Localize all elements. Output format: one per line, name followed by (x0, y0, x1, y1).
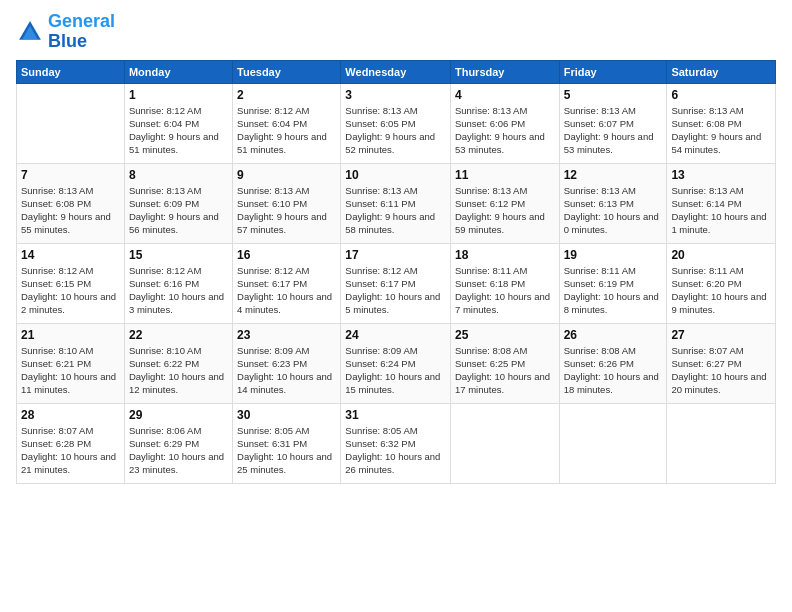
calendar-cell: 2Sunrise: 8:12 AMSunset: 6:04 PMDaylight… (233, 83, 341, 163)
calendar-cell: 1Sunrise: 8:12 AMSunset: 6:04 PMDaylight… (124, 83, 232, 163)
calendar-cell: 12Sunrise: 8:13 AMSunset: 6:13 PMDayligh… (559, 163, 667, 243)
calendar-cell: 6Sunrise: 8:13 AMSunset: 6:08 PMDaylight… (667, 83, 776, 163)
calendar-cell: 16Sunrise: 8:12 AMSunset: 6:17 PMDayligh… (233, 243, 341, 323)
cell-info: Sunrise: 8:13 AMSunset: 6:11 PMDaylight:… (345, 184, 446, 236)
cell-info: Sunrise: 8:13 AMSunset: 6:12 PMDaylight:… (455, 184, 555, 236)
page: General Blue SundayMondayTuesdayWednesda… (0, 0, 792, 612)
calendar-cell: 26Sunrise: 8:08 AMSunset: 6:26 PMDayligh… (559, 323, 667, 403)
day-number: 2 (237, 87, 336, 103)
calendar-cell: 11Sunrise: 8:13 AMSunset: 6:12 PMDayligh… (450, 163, 559, 243)
week-row-4: 21Sunrise: 8:10 AMSunset: 6:21 PMDayligh… (17, 323, 776, 403)
cell-info: Sunrise: 8:05 AMSunset: 6:31 PMDaylight:… (237, 424, 336, 476)
day-number: 17 (345, 247, 446, 263)
cell-info: Sunrise: 8:13 AMSunset: 6:06 PMDaylight:… (455, 104, 555, 156)
day-number: 11 (455, 167, 555, 183)
day-number: 8 (129, 167, 228, 183)
day-number: 10 (345, 167, 446, 183)
week-row-3: 14Sunrise: 8:12 AMSunset: 6:15 PMDayligh… (17, 243, 776, 323)
day-number: 15 (129, 247, 228, 263)
cell-info: Sunrise: 8:07 AMSunset: 6:28 PMDaylight:… (21, 424, 120, 476)
day-number: 25 (455, 327, 555, 343)
calendar-cell: 3Sunrise: 8:13 AMSunset: 6:05 PMDaylight… (341, 83, 451, 163)
calendar-cell: 31Sunrise: 8:05 AMSunset: 6:32 PMDayligh… (341, 403, 451, 483)
calendar-cell: 8Sunrise: 8:13 AMSunset: 6:09 PMDaylight… (124, 163, 232, 243)
calendar-cell: 20Sunrise: 8:11 AMSunset: 6:20 PMDayligh… (667, 243, 776, 323)
calendar-cell: 23Sunrise: 8:09 AMSunset: 6:23 PMDayligh… (233, 323, 341, 403)
calendar-cell: 15Sunrise: 8:12 AMSunset: 6:16 PMDayligh… (124, 243, 232, 323)
cell-info: Sunrise: 8:08 AMSunset: 6:26 PMDaylight:… (564, 344, 663, 396)
calendar-cell (559, 403, 667, 483)
week-row-1: 1Sunrise: 8:12 AMSunset: 6:04 PMDaylight… (17, 83, 776, 163)
calendar-body: 1Sunrise: 8:12 AMSunset: 6:04 PMDaylight… (17, 83, 776, 483)
cell-info: Sunrise: 8:05 AMSunset: 6:32 PMDaylight:… (345, 424, 446, 476)
cell-info: Sunrise: 8:11 AMSunset: 6:18 PMDaylight:… (455, 264, 555, 316)
calendar-cell: 7Sunrise: 8:13 AMSunset: 6:08 PMDaylight… (17, 163, 125, 243)
day-number: 12 (564, 167, 663, 183)
cell-info: Sunrise: 8:13 AMSunset: 6:13 PMDaylight:… (564, 184, 663, 236)
day-number: 9 (237, 167, 336, 183)
cell-info: Sunrise: 8:13 AMSunset: 6:07 PMDaylight:… (564, 104, 663, 156)
cell-info: Sunrise: 8:13 AMSunset: 6:08 PMDaylight:… (21, 184, 120, 236)
day-number: 13 (671, 167, 771, 183)
weekday-header-row: SundayMondayTuesdayWednesdayThursdayFrid… (17, 60, 776, 83)
weekday-sunday: Sunday (17, 60, 125, 83)
day-number: 1 (129, 87, 228, 103)
cell-info: Sunrise: 8:12 AMSunset: 6:17 PMDaylight:… (237, 264, 336, 316)
calendar-cell: 10Sunrise: 8:13 AMSunset: 6:11 PMDayligh… (341, 163, 451, 243)
cell-info: Sunrise: 8:13 AMSunset: 6:10 PMDaylight:… (237, 184, 336, 236)
day-number: 26 (564, 327, 663, 343)
calendar-cell: 4Sunrise: 8:13 AMSunset: 6:06 PMDaylight… (450, 83, 559, 163)
calendar-cell: 13Sunrise: 8:13 AMSunset: 6:14 PMDayligh… (667, 163, 776, 243)
weekday-monday: Monday (124, 60, 232, 83)
cell-info: Sunrise: 8:07 AMSunset: 6:27 PMDaylight:… (671, 344, 771, 396)
weekday-friday: Friday (559, 60, 667, 83)
cell-info: Sunrise: 8:10 AMSunset: 6:21 PMDaylight:… (21, 344, 120, 396)
calendar-cell: 14Sunrise: 8:12 AMSunset: 6:15 PMDayligh… (17, 243, 125, 323)
weekday-wednesday: Wednesday (341, 60, 451, 83)
calendar-table: SundayMondayTuesdayWednesdayThursdayFrid… (16, 60, 776, 484)
day-number: 20 (671, 247, 771, 263)
calendar-cell (17, 83, 125, 163)
cell-info: Sunrise: 8:09 AMSunset: 6:23 PMDaylight:… (237, 344, 336, 396)
calendar-cell: 5Sunrise: 8:13 AMSunset: 6:07 PMDaylight… (559, 83, 667, 163)
calendar-cell: 25Sunrise: 8:08 AMSunset: 6:25 PMDayligh… (450, 323, 559, 403)
day-number: 14 (21, 247, 120, 263)
cell-info: Sunrise: 8:09 AMSunset: 6:24 PMDaylight:… (345, 344, 446, 396)
day-number: 31 (345, 407, 446, 423)
cell-info: Sunrise: 8:10 AMSunset: 6:22 PMDaylight:… (129, 344, 228, 396)
day-number: 30 (237, 407, 336, 423)
cell-info: Sunrise: 8:13 AMSunset: 6:08 PMDaylight:… (671, 104, 771, 156)
calendar-cell: 27Sunrise: 8:07 AMSunset: 6:27 PMDayligh… (667, 323, 776, 403)
day-number: 18 (455, 247, 555, 263)
day-number: 21 (21, 327, 120, 343)
day-number: 3 (345, 87, 446, 103)
cell-info: Sunrise: 8:11 AMSunset: 6:19 PMDaylight:… (564, 264, 663, 316)
weekday-thursday: Thursday (450, 60, 559, 83)
calendar-cell: 21Sunrise: 8:10 AMSunset: 6:21 PMDayligh… (17, 323, 125, 403)
cell-info: Sunrise: 8:11 AMSunset: 6:20 PMDaylight:… (671, 264, 771, 316)
day-number: 6 (671, 87, 771, 103)
cell-info: Sunrise: 8:13 AMSunset: 6:09 PMDaylight:… (129, 184, 228, 236)
calendar-header: SundayMondayTuesdayWednesdayThursdayFrid… (17, 60, 776, 83)
day-number: 24 (345, 327, 446, 343)
logo: General Blue (16, 12, 115, 52)
calendar-cell: 29Sunrise: 8:06 AMSunset: 6:29 PMDayligh… (124, 403, 232, 483)
week-row-5: 28Sunrise: 8:07 AMSunset: 6:28 PMDayligh… (17, 403, 776, 483)
day-number: 4 (455, 87, 555, 103)
cell-info: Sunrise: 8:13 AMSunset: 6:14 PMDaylight:… (671, 184, 771, 236)
day-number: 28 (21, 407, 120, 423)
day-number: 29 (129, 407, 228, 423)
cell-info: Sunrise: 8:12 AMSunset: 6:17 PMDaylight:… (345, 264, 446, 316)
calendar-cell: 9Sunrise: 8:13 AMSunset: 6:10 PMDaylight… (233, 163, 341, 243)
cell-info: Sunrise: 8:12 AMSunset: 6:16 PMDaylight:… (129, 264, 228, 316)
cell-info: Sunrise: 8:12 AMSunset: 6:04 PMDaylight:… (129, 104, 228, 156)
calendar-cell: 18Sunrise: 8:11 AMSunset: 6:18 PMDayligh… (450, 243, 559, 323)
calendar-cell: 30Sunrise: 8:05 AMSunset: 6:31 PMDayligh… (233, 403, 341, 483)
logo-icon (16, 18, 44, 46)
calendar-cell: 22Sunrise: 8:10 AMSunset: 6:22 PMDayligh… (124, 323, 232, 403)
cell-info: Sunrise: 8:12 AMSunset: 6:15 PMDaylight:… (21, 264, 120, 316)
weekday-saturday: Saturday (667, 60, 776, 83)
cell-info: Sunrise: 8:08 AMSunset: 6:25 PMDaylight:… (455, 344, 555, 396)
cell-info: Sunrise: 8:12 AMSunset: 6:04 PMDaylight:… (237, 104, 336, 156)
day-number: 23 (237, 327, 336, 343)
